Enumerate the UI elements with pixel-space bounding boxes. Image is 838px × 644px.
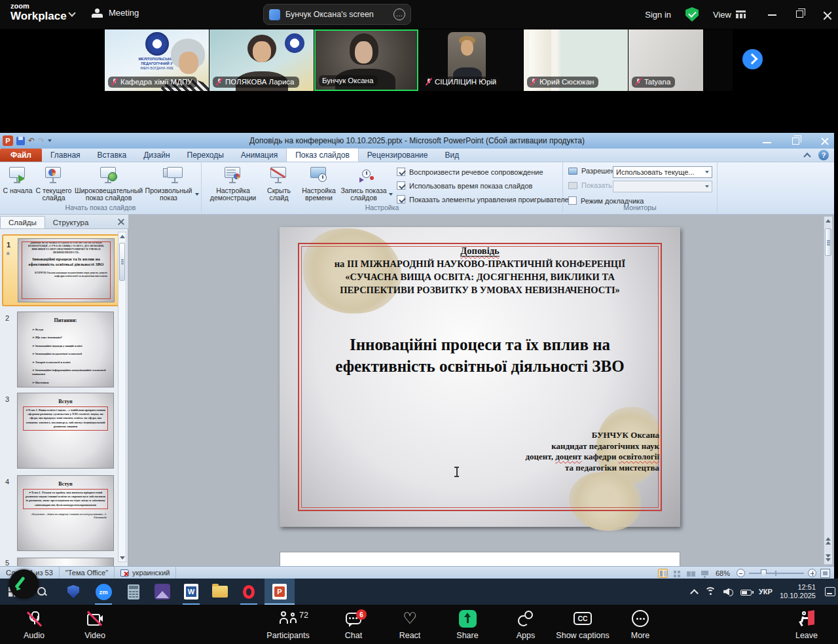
custom-slideshow-button[interactable]: Произвольный показ [144,164,199,202]
react-button[interactable]: ♡ React [392,609,428,640]
video-tile-3-active-speaker[interactable]: Бунчук Оксана [314,29,418,91]
tab-review[interactable]: Рецензирование [359,149,437,162]
checkbox-checked-icon[interactable] [397,168,405,176]
video-button[interactable]: Video [73,609,117,640]
slideshow-view-button[interactable] [699,569,709,578]
scroll-down-icon[interactable] [120,556,125,560]
tab-meeting[interactable]: Meeting [92,8,139,18]
tray-expand-icon[interactable] [690,589,699,598]
slide-thumbnail[interactable]: Вступ ➢Тема 1. Вища освіта і наука – є н… [17,393,114,469]
slide-thumbnail[interactable]: Вступ ➢Тема 2. Тільки та країна, яка виз… [17,475,114,551]
tab-home[interactable]: Главная [42,149,89,162]
scroll-up-icon[interactable] [120,235,125,238]
tab-view[interactable]: Вид [437,149,468,162]
slide-author-block[interactable]: БУНЧУК Оксана кандидат педагогічних наук… [525,430,659,473]
use-timings-checkbox[interactable]: Использовать время показа слайдов [397,181,532,190]
participants-button[interactable]: 72 Participants [259,609,318,640]
taskbar-powerpoint-active[interactable]: P [264,579,295,605]
fit-to-window-button[interactable] [820,569,830,578]
tab-outline[interactable]: Структура [45,217,97,228]
slide-thumbnail[interactable] [17,558,114,566]
collapse-ribbon-icon[interactable] [803,151,812,159]
chat-button[interactable]: 6 Chat [335,609,372,640]
taskbar-word[interactable]: W [178,579,204,605]
workspace-chevron-icon[interactable] [68,9,75,16]
next-participants-arrow-button[interactable] [742,49,763,69]
slide-thumbnail[interactable]: Питання: ➢ Вступ ➢ Що таке інновація? ➢ … [17,312,114,387]
close-button[interactable] [823,10,831,19]
normal-view-button[interactable] [658,569,668,578]
tab-slides[interactable]: Слайды [0,216,45,228]
help-icon[interactable]: ? [818,150,829,160]
slides-panel-scrollbar[interactable] [118,232,126,562]
taskbar-zoom-app[interactable]: zm [90,579,117,605]
ppt-title-bar[interactable]: Доповідь на конференцію 10.10.2025.pptx … [0,133,834,149]
taskbar-security-app[interactable] [60,579,86,605]
record-slideshow-button[interactable]: Запись показа слайдов [340,164,393,202]
taskbar-calculator[interactable] [120,579,147,605]
save-icon[interactable] [16,137,25,145]
minimize-button[interactable] [768,14,776,16]
tab-animations[interactable]: Анимация [232,149,286,162]
show-captions-button[interactable]: CC Show captions [551,609,614,640]
slide-canvas[interactable]: Доповідь на ІІІ МІЖНАРОДНІЙ НАУКОВО-ПРАК… [280,227,680,527]
share-button[interactable]: Share [448,609,487,640]
broadcast-slideshow-button[interactable]: Широковещательный показ слайдов [75,164,143,202]
checkbox-checked-icon[interactable] [397,181,405,190]
close-panel-icon[interactable] [117,217,125,226]
from-current-slide-button[interactable]: С текущего слайда [34,164,73,202]
pill-ellipsis-icon[interactable]: … [393,9,405,20]
tab-insert[interactable]: Вставка [89,149,136,162]
scroll-up-icon[interactable] [826,219,831,223]
keyboard-language[interactable]: УКР [759,588,773,596]
powerpoint-app-icon[interactable]: P [3,135,13,146]
screen-share-pill[interactable]: Бунчук Оксана's screen … [263,4,411,25]
audio-button[interactable]: Audio [14,609,54,640]
redo-icon[interactable]: ↷ [38,137,45,145]
play-narrations-checkbox[interactable]: Воспроизвести речевое сопровождение [397,168,543,176]
action-center-icon[interactable] [825,587,835,596]
video-tile-2[interactable]: ПОЛЯКОВА Лариса [210,29,314,91]
tab-slideshow-active[interactable]: Показ слайдов [286,148,359,162]
maximize-button[interactable] [796,10,803,18]
tab-file[interactable]: Файл [0,149,42,162]
zoom-slider[interactable] [749,573,804,574]
tab-transitions[interactable]: Переходы [179,149,232,162]
slide-main-title[interactable]: Інноваційні процеси та їх вплив на ефект… [299,334,661,377]
video-tile-5[interactable]: Юрий Сюсюкан [524,29,628,91]
tab-design[interactable]: Дизайн [135,149,178,162]
scrollbar-thumb[interactable] [119,243,125,281]
theme-name[interactable]: "Тема Office" [60,567,115,579]
taskbar-photos-app[interactable] [149,579,175,605]
video-tile-6[interactable]: Tatyana [628,29,733,91]
zoom-percent[interactable]: 68% [716,569,730,577]
more-button[interactable]: More [622,609,659,640]
taskbar-opera[interactable] [236,579,262,605]
spellcheck-status[interactable]: украинский [115,567,176,579]
view-button[interactable]: View [713,10,746,20]
slide-thumbnail[interactable]: Доповідь на ІІІ МІЖНАРОДНІЙ НАУКОВО-ПРАК… [18,238,115,302]
ppt-close-button[interactable] [820,137,829,145]
rehearse-timings-button[interactable]: Настройка времени [299,164,339,202]
hide-slide-button[interactable]: Скрыть слайд [262,164,296,202]
slide-sorter-view-button[interactable] [672,569,682,578]
reading-view-button[interactable] [685,569,695,578]
zoom-out-button[interactable] [737,569,745,577]
zoom-in-button[interactable] [808,569,816,577]
wifi-icon[interactable] [704,587,716,597]
setup-slideshow-button[interactable]: Настройка демонстрации [206,164,261,202]
apps-button[interactable]: Apps [507,609,544,640]
show-media-controls-checkbox[interactable]: Показать элементы управления проигрывате… [397,195,574,204]
speaker-icon[interactable] [723,588,733,596]
main-scrollbar[interactable] [824,216,833,565]
taskbar-file-explorer[interactable] [207,579,233,605]
resolution-dropdown[interactable]: Использовать текуще... [613,166,712,178]
ppt-restore-button[interactable] [792,137,799,145]
slide-header-block[interactable]: Доповідь на ІІІ МІЖНАРОДНІЙ НАУКОВО-ПРАК… [306,244,654,296]
next-slide-button[interactable] [824,554,832,562]
zoom-slider-handle[interactable] [761,569,767,577]
taskbar-clock[interactable]: 12:51 10.10.2025 [780,583,816,600]
battery-icon[interactable] [740,590,752,596]
ppt-minimize-button[interactable] [763,142,771,143]
annotation-pencil-button[interactable] [9,569,39,599]
